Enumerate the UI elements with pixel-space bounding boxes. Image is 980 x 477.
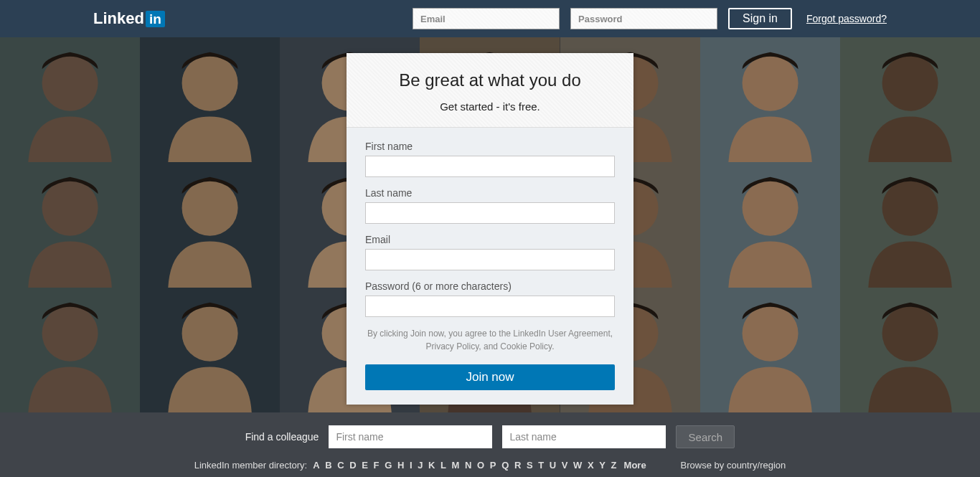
svg-point-39 [742,305,798,361]
legal-text: By clicking Join now, you agree to the L… [365,327,615,353]
directory-letter[interactable]: N [463,460,473,471]
svg-rect-40 [840,288,980,412]
svg-point-31 [182,305,238,361]
svg-point-41 [882,305,938,361]
directory-letter[interactable]: P [489,460,498,471]
signin-button[interactable]: Sign in [728,8,792,29]
password-label: Password (6 or more characters) [365,280,615,292]
footer: Find a colleague Search LinkedIn member … [0,412,980,477]
directory-letter[interactable]: I [408,460,414,471]
first-name-field[interactable] [365,156,615,177]
directory-letter[interactable]: V [560,460,570,471]
signup-heading: Be great at what you do [361,70,619,90]
email-label: Email [365,234,615,245]
directory-letter[interactable]: T [537,460,545,471]
logo-text: Linked [93,9,144,28]
email-field[interactable] [365,249,615,270]
svg-point-15 [42,180,98,236]
colleague-first-name[interactable] [329,425,492,448]
signup-subheading: Get started - it's free. [361,100,619,113]
directory-letter[interactable]: B [324,460,333,471]
directory-letter[interactable]: J [416,460,424,471]
profile-photo [840,162,980,287]
colleague-search-button[interactable]: Search [676,425,735,448]
directory-letter[interactable]: E [360,460,369,471]
svg-rect-16 [140,162,280,287]
first-name-label: First name [365,141,615,152]
logo-in-icon: in [146,11,165,27]
svg-point-29 [42,305,98,361]
profile-photo [840,288,980,412]
directory-letter[interactable]: D [348,460,357,471]
colleague-prompt: Find a colleague [245,431,319,443]
profile-photo [140,288,280,412]
directory-letter[interactable]: H [396,460,405,471]
colleague-last-name[interactable] [502,425,666,448]
directory-letter[interactable]: M [451,460,461,471]
directory-row: LinkedIn member directory: A B C D E F G… [0,460,980,471]
forgot-password-link[interactable]: Forgot password? [806,13,887,24]
linkedin-logo[interactable]: Linked in [93,9,165,28]
svg-rect-12 [840,37,980,162]
directory-letter[interactable]: S [525,460,534,471]
svg-point-13 [882,55,938,111]
last-name-field[interactable] [365,202,615,224]
directory-more[interactable]: More [623,460,648,471]
directory-prefix: LinkedIn member directory: [194,460,308,471]
directory-letter[interactable]: Y [598,460,607,471]
svg-rect-2 [140,37,280,162]
directory-letter[interactable]: Z [610,460,618,471]
profile-photo [700,37,840,162]
card-body: First name Last name Email Password (6 o… [347,128,633,405]
signup-card: Be great at what you do Get started - it… [347,53,633,405]
svg-rect-0 [0,37,140,162]
directory-letter[interactable]: W [572,460,583,471]
svg-rect-24 [700,162,840,287]
directory-letter[interactable]: Q [500,460,510,471]
svg-rect-10 [700,37,840,162]
profile-photo [700,162,840,287]
directory-letter[interactable]: G [383,460,393,471]
join-now-button[interactable]: Join now [365,364,615,390]
profile-photo [0,37,140,162]
card-header: Be great at what you do Get started - it… [347,53,633,128]
browse-by-country[interactable]: Browse by country/region [681,460,786,471]
directory-letter[interactable]: U [548,460,557,471]
svg-rect-26 [840,162,980,287]
svg-rect-14 [0,162,140,287]
svg-point-17 [182,180,238,236]
email-input[interactable] [413,8,560,29]
svg-point-25 [742,180,798,236]
directory-letter[interactable]: L [439,460,448,471]
profile-photo [140,37,280,162]
profile-photo [0,162,140,287]
svg-point-1 [42,55,98,111]
svg-rect-30 [140,288,280,412]
directory-letter[interactable]: X [586,460,595,471]
directory-letter[interactable]: C [336,460,345,471]
profile-photo [0,288,140,412]
svg-rect-38 [700,288,840,412]
password-input[interactable] [570,8,717,29]
colleague-search-row: Find a colleague Search [0,425,980,448]
directory-letter[interactable]: K [427,460,436,471]
hero-section: Be great at what you do Get started - it… [0,37,980,412]
directory-letter[interactable]: F [372,460,381,471]
profile-photo [140,162,280,287]
directory-letter[interactable]: O [476,460,486,471]
password-field[interactable] [365,296,615,317]
last-name-label: Last name [365,187,615,199]
header-bar: Linked in Sign in Forgot password? [0,0,980,37]
directory-letter[interactable]: A [311,460,321,471]
svg-point-11 [742,55,798,111]
svg-rect-28 [0,288,140,412]
profile-photo [700,288,840,412]
svg-point-3 [182,55,238,111]
directory-letter[interactable]: R [513,460,522,471]
svg-point-27 [882,180,938,236]
profile-photo [840,37,980,162]
